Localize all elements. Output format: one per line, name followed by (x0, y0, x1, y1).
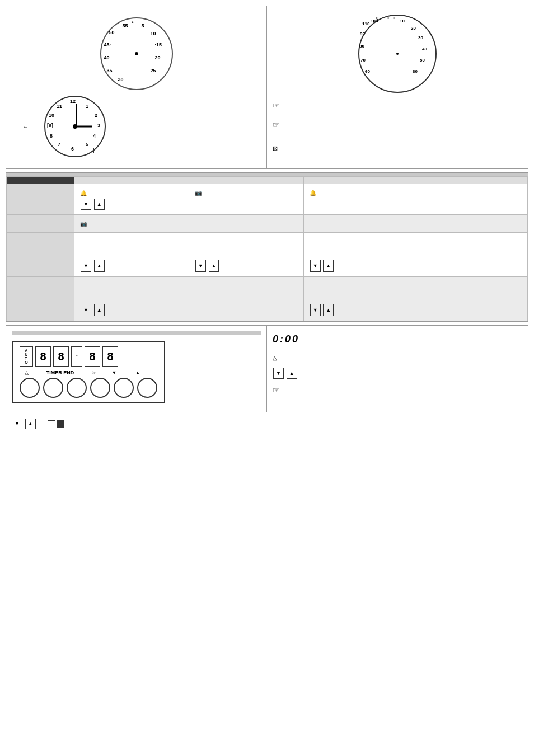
up-btn-r3b[interactable]: ▲ (209, 260, 219, 272)
row1-col-a: 🔔 ▼ ▲ (74, 184, 189, 215)
row3-col-a: ▼ ▲ (74, 233, 189, 277)
btn-1[interactable] (20, 378, 40, 398)
timer-value: 0:00 (273, 334, 299, 345)
row3-col-d (418, 233, 528, 277)
clock-9: [9] (47, 123, 53, 128)
up-btn-r4a[interactable]: ▲ (94, 304, 105, 316)
row2-col-b (189, 215, 303, 233)
rotary-60b: 60 (365, 69, 370, 74)
row4-col-a: ▼ ▲ (74, 277, 189, 321)
down-btn-r3a[interactable]: ▼ (81, 260, 91, 272)
row1-col-d (418, 184, 528, 215)
down-btn-r1[interactable]: ▼ (81, 199, 91, 210)
dial-label-5: 5 (142, 23, 144, 29)
row1-col-b: 📷 (189, 184, 303, 215)
clock-minute-hand (76, 104, 77, 125)
btn-3[interactable] (67, 378, 87, 398)
cam-icon-r2: 📷 (80, 220, 87, 227)
light-box (48, 420, 55, 428)
bottom-right-text: △ ▼ ▲ ☞ (273, 353, 522, 397)
row1-col-c: 🔔 (303, 184, 418, 215)
down-btn-r4c[interactable]: ▼ (310, 304, 321, 316)
col-header-4 (418, 177, 528, 184)
dial-label-45: 45· (104, 42, 111, 48)
table-row-3: ▼ ▲ ▼ ▲ ▼ (7, 233, 528, 277)
bottom-left-header (12, 331, 261, 335)
cam-icon-r1: 📷 (195, 190, 202, 196)
table-row-1: 🔔 ▼ ▲ 📷 🔔 (7, 184, 528, 215)
btn-label-timer: TIMER END (36, 370, 84, 375)
clock-5: 5 (86, 142, 88, 147)
down-btn-r3c[interactable]: ▼ (310, 260, 321, 272)
row3-header (7, 233, 74, 277)
clock-12: 12 (70, 98, 76, 104)
row2-col-d (418, 215, 528, 233)
btn-label-down: ▼ (104, 370, 124, 375)
up-btn-r3c[interactable]: ▲ (323, 260, 334, 272)
row1-header (7, 184, 74, 215)
caution-icon: ⊠ (273, 145, 278, 152)
dial-label-20: 20 (155, 55, 161, 60)
footer-section: ▼ ▲ (6, 416, 528, 431)
clock-10: 10 (49, 112, 54, 118)
operations-table: 🔔 ▼ ▲ 📷 🔔 📷 (6, 176, 528, 321)
row3-col-c: ▼ ▲ (303, 233, 418, 277)
clock-center (73, 124, 77, 129)
clock-3: 3 (97, 123, 100, 128)
btn-5[interactable] (114, 378, 134, 398)
dial-label-40: 40 (104, 55, 110, 60)
clock-4: 4 (93, 133, 96, 139)
lcd-seg-1: 8 (35, 346, 51, 367)
row4-col-c: ▼ ▲ (303, 277, 418, 321)
lcd-seg-3: 8 (85, 346, 100, 367)
up-btn-r4c[interactable]: ▲ (323, 304, 334, 316)
rotary-100: 100 (371, 18, 378, 24)
dial-label-35: 35 (107, 68, 113, 73)
clock-arrow: ← (23, 124, 40, 130)
clock-hour-hand (75, 126, 92, 128)
bell-icon-r1: 🔔 (80, 190, 87, 196)
up-btn-br[interactable]: ▲ (287, 368, 297, 379)
hand-icon-2: ☞ (273, 120, 280, 129)
hand-icon-1: ☞ (273, 101, 280, 110)
top-left-panel: 55 • 5 50 10 45· ·15 40 20 35 25 30 (6, 6, 267, 168)
btn-label-hand: ☞ (87, 370, 101, 375)
lcd-dot-char: ° (76, 354, 77, 359)
timer-time-display: 0:00 (273, 331, 522, 348)
rotary-dot2: ° (393, 17, 395, 22)
lcd-panel: AUTO 8 8 ° 8 8 △ TIMER END ☞ (12, 341, 165, 403)
top-right-panel: 0 ° ° 10 100 20 110 30 90 40 80 50 70 60… (267, 6, 528, 168)
rotary-container: 0 ° ° 10 100 20 110 30 90 40 80 50 70 60… (273, 15, 522, 93)
col-header-0 (7, 177, 74, 184)
row4-col-b (189, 277, 303, 321)
up-btn-r1[interactable]: ▲ (94, 199, 105, 210)
clock-knob (93, 148, 99, 153)
clock-6: 6 (71, 146, 74, 152)
rotary-dial: 0 ° ° 10 100 20 110 30 90 40 80 50 70 60… (358, 15, 437, 93)
down-btn-br[interactable]: ▼ (273, 368, 284, 379)
top-right-text: ☞ ☞ ⊠ (273, 98, 522, 154)
row4-col-d (418, 277, 528, 321)
lcd-dot-segment: ° (71, 346, 82, 367)
footer-down-btn[interactable]: ▼ (12, 419, 22, 429)
rotary-20: 20 (411, 26, 416, 31)
down-btn-r4a[interactable]: ▼ (81, 304, 91, 316)
minute-dial-container: 55 • 5 50 10 45· ·15 40 20 35 25 30 (12, 17, 261, 90)
table-row-2: 📷 (7, 215, 528, 233)
dial-label-55: 55 (123, 23, 128, 29)
btn-4[interactable] (90, 378, 110, 398)
footer-up-btn[interactable]: ▲ (25, 419, 36, 429)
down-btn-r3b[interactable]: ▼ (195, 260, 206, 272)
bell-icon-r1c: 🔔 (310, 190, 316, 196)
up-btn-r3a[interactable]: ▲ (94, 260, 105, 272)
btn-2[interactable] (43, 378, 63, 398)
page-wrapper: 55 • 5 50 10 45· ·15 40 20 35 25 30 (0, 0, 534, 756)
footer-left: ▼ ▲ (11, 419, 36, 429)
rotary-80: 80 (359, 44, 364, 49)
btn-label-row: △ TIMER END ☞ ▼ ▲ (20, 370, 157, 375)
dial-label-30a: 30 (118, 77, 124, 82)
rotary-110: 110 (362, 21, 369, 26)
dark-box (57, 420, 64, 428)
btn-6[interactable] (137, 378, 157, 398)
top-section: 55 • 5 50 10 45· ·15 40 20 35 25 30 (6, 6, 528, 169)
